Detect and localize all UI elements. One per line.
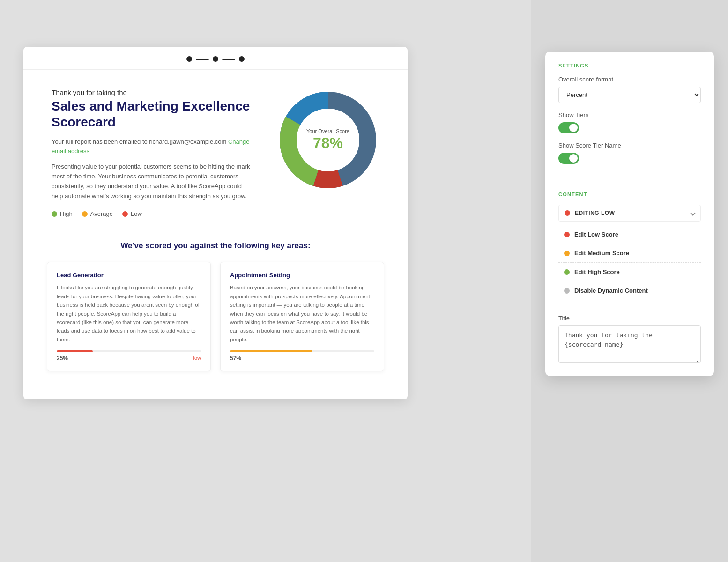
nav-logo — [186, 56, 245, 62]
legend-low: Low — [122, 210, 142, 217]
area-pct-0: 25% — [57, 355, 68, 362]
show-score-tier-name-row: Show Score Tier Name — [558, 142, 701, 164]
content-item-label-0: Edit Low Score — [574, 231, 618, 238]
nav-line-2 — [222, 59, 235, 60]
settings-section: SETTINGS Overall score format Percent Sh… — [545, 52, 714, 182]
email-text-before: Your full report has been emailed to ric… — [52, 138, 226, 145]
content-heading: CONTENT — [558, 192, 701, 197]
hero-body-text: Presenting value to your potential custo… — [52, 162, 253, 201]
area-progress-bar-0 — [57, 350, 201, 352]
preview-nav — [23, 47, 408, 70]
content-item-dot-2 — [564, 269, 570, 275]
area-card-title-0: Lead Generation — [57, 272, 201, 279]
area-stats-0: 25% low — [57, 355, 201, 362]
area-stats-1: 57% — [230, 355, 374, 362]
legend-high-label: High — [60, 210, 73, 217]
settings-heading: SETTINGS — [558, 63, 701, 68]
nav-line — [196, 59, 209, 60]
content-item-dot-3 — [564, 288, 570, 294]
area-progress-fill-0 — [57, 350, 93, 352]
nav-dot-3 — [239, 56, 245, 62]
area-card-body-1: Based on your answers, your business cou… — [230, 283, 374, 344]
show-tiers-label: Show Tiers — [558, 111, 701, 118]
show-tiers-toggle-knob — [569, 124, 578, 132]
hero-subtitle: Thank you for taking the — [52, 89, 253, 96]
areas-grid: Lead Generation It looks like you are st… — [47, 262, 384, 371]
overall-score-format-row: Overall score format Percent — [558, 76, 701, 103]
content-dropdown-label: EDITING LOW — [575, 210, 615, 216]
show-tiers-toggle[interactable] — [558, 122, 579, 133]
show-tiers-toggle-row — [558, 122, 701, 133]
title-section: Title Thank you for taking the {scorecar… — [545, 307, 714, 376]
area-card-lead-gen: Lead Generation It looks like you are st… — [47, 262, 211, 371]
content-item-low[interactable]: Edit Low Score — [558, 227, 701, 242]
hero-title: Sales and Marketing Excellence Scorecard — [52, 98, 253, 130]
nav-dot-1 — [186, 56, 192, 62]
hero-email-text: Your full report has been emailed to ric… — [52, 137, 253, 155]
show-score-tier-name-label: Show Score Tier Name — [558, 142, 701, 149]
content-editing-dropdown[interactable]: EDITING LOW — [558, 205, 701, 222]
content-dropdown-left: EDITING LOW — [565, 210, 615, 216]
score-legend: High Average Low — [52, 210, 253, 217]
area-progress-fill-1 — [230, 350, 312, 352]
show-score-tier-name-toggle-row — [558, 153, 701, 164]
donut-center-label: Your Overall Score — [306, 128, 349, 134]
legend-dot-low — [122, 211, 128, 217]
content-item-disable-dynamic[interactable]: Disable Dynamic Content — [558, 283, 701, 298]
title-section-label: Title — [558, 315, 701, 322]
key-areas-title: We've scored you against the following k… — [47, 241, 384, 251]
area-card-appt: Appointment Setting Based on your answer… — [220, 262, 384, 371]
settings-panel: SETTINGS Overall score format Percent Sh… — [545, 52, 714, 376]
content-item-label-2: Edit High Score — [574, 268, 620, 275]
content-item-dot-0 — [564, 232, 570, 237]
legend-dot-avg — [82, 211, 88, 217]
chevron-down-icon — [690, 210, 695, 215]
donut-score: 78% — [313, 135, 343, 152]
legend-average: Average — [82, 210, 113, 217]
nav-dot-2 — [213, 56, 218, 62]
content-divider-2 — [558, 281, 701, 281]
area-progress-bar-1 — [230, 350, 374, 352]
legend-avg-label: Average — [90, 210, 113, 217]
legend-high: High — [52, 210, 73, 217]
show-score-tier-name-toggle-knob — [569, 154, 578, 163]
content-section: CONTENT EDITING LOW Edit Low Score Edit … — [545, 182, 714, 307]
content-item-label-1: Edit Medium Score — [574, 250, 629, 257]
content-divider-1 — [558, 262, 701, 263]
content-item-label-3: Disable Dynamic Content — [574, 287, 648, 294]
hero-text: Thank you for taking the Sales and Marke… — [52, 89, 262, 217]
area-card-body-0: It looks like you are struggling to gene… — [57, 283, 201, 344]
title-textarea[interactable]: Thank you for taking the {scorecard_name… — [558, 325, 701, 363]
content-item-medium[interactable]: Edit Medium Score — [558, 246, 701, 260]
page-wrapper: Thank you for taking the Sales and Marke… — [0, 0, 728, 562]
overall-score-format-select[interactable]: Percent — [558, 87, 701, 103]
donut-center: Your Overall Score 78% — [306, 128, 349, 152]
overall-score-format-label: Overall score format — [558, 76, 701, 83]
legend-low-label: Low — [131, 210, 142, 217]
area-card-title-1: Appointment Setting — [230, 272, 374, 279]
area-pct-1: 57% — [230, 355, 241, 362]
donut-chart-container: Your Overall Score 78% — [272, 89, 384, 192]
content-dot-editing — [565, 210, 570, 216]
show-score-tier-name-toggle[interactable] — [558, 153, 579, 164]
content-divider-0 — [558, 244, 701, 244]
show-tiers-row: Show Tiers — [558, 111, 701, 133]
key-areas-section: We've scored you against the following k… — [23, 227, 408, 381]
content-item-dot-1 — [564, 251, 570, 256]
preview-card: Thank you for taking the Sales and Marke… — [23, 47, 408, 399]
content-item-high[interactable]: Edit High Score — [558, 265, 701, 279]
legend-dot-high — [52, 211, 57, 217]
hero-section: Thank you for taking the Sales and Marke… — [23, 70, 408, 227]
area-tier-0: low — [193, 355, 201, 362]
